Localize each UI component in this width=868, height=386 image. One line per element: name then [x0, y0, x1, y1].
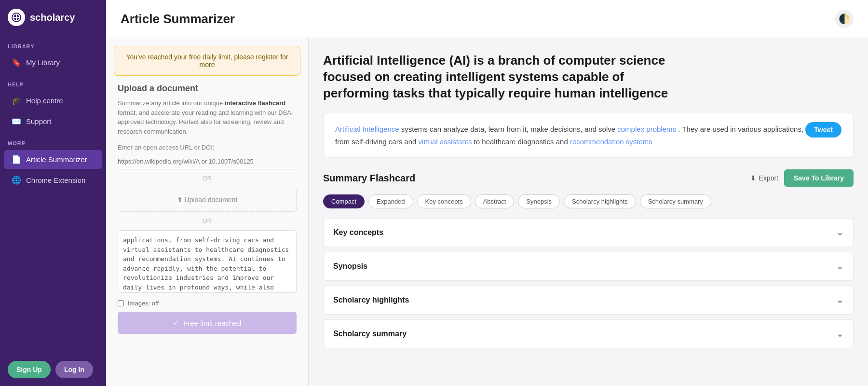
- graduation-icon: 🎓: [12, 96, 21, 105]
- sidebar-item-article-summarizer[interactable]: 📄 Article Summarizer: [4, 150, 102, 169]
- desc-bold: interactive flashcard: [225, 99, 285, 107]
- summary-text: Artificial Intelligence systems can anal…: [335, 123, 841, 148]
- accordion-header-scholarcy-summary[interactable]: Scholarcy summary ⌄: [324, 320, 853, 348]
- tabs-row: CompactExpandedKey conceptsAbstractSynop…: [323, 194, 854, 208]
- upload-title: Upload a document: [118, 83, 297, 94]
- accordion-header-scholarcy-highlights[interactable]: Scholarcy highlights ⌄: [324, 286, 853, 314]
- complex-problems-link[interactable]: complex problems: [617, 125, 676, 133]
- upload-btn-label: Upload document: [185, 196, 238, 204]
- checkmark-icon: ✓: [173, 318, 179, 327]
- content-area: You've reached your free daily limit, pl…: [106, 38, 868, 386]
- tab-scholarcy-summary[interactable]: Scholarcy summary: [640, 194, 711, 208]
- header: Article Summarizer 🌓: [106, 0, 868, 38]
- chevron-down-icon: ⌄: [836, 227, 843, 238]
- page-title: Article Summarizer: [121, 12, 235, 27]
- upload-icon: ⬆: [177, 196, 183, 204]
- article-icon: 📄: [12, 155, 21, 164]
- images-checkbox-row: Images: off: [118, 300, 297, 307]
- chrome-icon: 🌐: [12, 176, 21, 185]
- help-centre-label: Help centre: [26, 96, 63, 105]
- chevron-down-icon: ⌄: [836, 329, 843, 339]
- sidebar-item-help[interactable]: 🎓 Help centre: [4, 91, 102, 110]
- upload-description: Summarize any article into our unique in…: [118, 98, 297, 136]
- accordion-container: Key concepts ⌄ Synopsis ⌄ Scholarcy high…: [323, 218, 854, 348]
- accordion-item: Scholarcy highlights ⌄: [323, 286, 854, 315]
- accordion-item: Scholarcy summary ⌄: [323, 319, 854, 348]
- more-section-label: MORE: [0, 132, 106, 149]
- sidebar-actions: Sign Up Log In: [0, 353, 106, 386]
- sidebar-item-chrome-extension[interactable]: 🌐 Chrome Extension: [4, 171, 102, 190]
- free-limit-label: Free limit reached: [183, 319, 241, 327]
- url-label: Enter an open access URL or DOI:: [118, 144, 297, 151]
- upload-document-button[interactable]: ⬆ Upload document: [118, 188, 297, 212]
- my-library-label: My Library: [26, 58, 60, 67]
- export-label: Export: [759, 174, 778, 182]
- app-logo-icon: [8, 9, 25, 26]
- chrome-extension-label: Chrome Extension: [26, 176, 85, 184]
- tweet-button[interactable]: Tweet: [805, 122, 841, 138]
- tab-key-concepts[interactable]: Key concepts: [417, 194, 471, 208]
- flashcard-title: Summary Flashcard: [323, 173, 415, 184]
- support-label: Support: [26, 117, 52, 125]
- summary-part3: to healthcare diagnostics and: [474, 138, 570, 146]
- download-icon: ⬇: [750, 174, 756, 182]
- library-section-label: LIBRARY: [0, 35, 106, 52]
- app-name: scholarcy: [30, 12, 75, 23]
- accordion-label: Scholarcy summary: [333, 330, 407, 338]
- images-label: Images: off: [128, 300, 159, 307]
- tab-abstract[interactable]: Abstract: [475, 194, 515, 208]
- sidebar: scholarcy LIBRARY 🔖 My Library HELP 🎓 He…: [0, 0, 106, 386]
- accordion-label: Synopsis: [333, 262, 367, 271]
- virtual-assistants-link[interactable]: virtual assistants: [419, 138, 472, 146]
- theme-toggle-button[interactable]: 🌓: [835, 10, 854, 28]
- tab-scholarcy-highlights[interactable]: Scholarcy highlights: [564, 194, 636, 208]
- left-panel: You've reached your free daily limit, pl…: [106, 38, 309, 386]
- envelope-icon: ✉️: [12, 117, 21, 126]
- recommendation-systems-link[interactable]: recommendation systems: [570, 138, 652, 146]
- accordion-label: Scholarcy highlights: [333, 296, 409, 304]
- free-limit-button: ✓ Free limit reached: [118, 312, 297, 334]
- tab-synopsis[interactable]: Synopsis: [518, 194, 560, 208]
- or-divider-2: OR: [118, 218, 297, 224]
- article-summarizer-label: Article Summarizer: [26, 155, 87, 164]
- upload-section: Upload a document Summarize any article …: [106, 83, 308, 342]
- summary-box: Tweet Artificial Intelligence systems ca…: [323, 113, 854, 158]
- save-to-library-button[interactable]: Save To Library: [784, 169, 854, 187]
- sidebar-item-support[interactable]: ✉️ Support: [4, 112, 102, 131]
- export-button[interactable]: ⬇ Export: [750, 174, 778, 182]
- article-title: Artificial Intelligence (AI) is a branch…: [323, 53, 685, 101]
- chevron-down-icon: ⌄: [836, 295, 843, 305]
- tab-compact[interactable]: Compact: [323, 194, 365, 208]
- desc-end: format, and accelerate your reading and …: [118, 109, 293, 135]
- accordion-item: Key concepts ⌄: [323, 218, 854, 247]
- flashcard-header: Summary Flashcard ⬇ Export Save To Libra…: [323, 169, 854, 187]
- accordion-label: Key concepts: [333, 228, 383, 237]
- login-button[interactable]: Log In: [55, 361, 93, 378]
- accordion-header-synopsis[interactable]: Synopsis ⌄: [324, 252, 853, 280]
- bookmark-icon: 🔖: [12, 58, 21, 67]
- alert-banner: You've reached your free daily limit, pl…: [114, 46, 300, 76]
- summary-part1: systems can analyze data, learn from it,…: [401, 125, 618, 133]
- images-checkbox[interactable]: [118, 300, 124, 306]
- text-paste-area[interactable]: applications, from self-driving cars and…: [118, 230, 297, 293]
- or-divider-1: OR: [118, 175, 297, 182]
- ai-link[interactable]: Artificial Intelligence: [335, 125, 399, 133]
- accordion-item: Synopsis ⌄: [323, 252, 854, 281]
- sidebar-item-my-library[interactable]: 🔖 My Library: [4, 53, 102, 72]
- help-section-label: HELP: [0, 73, 106, 90]
- desc-start: Summarize any article into our unique: [118, 99, 225, 107]
- flashcard-actions: ⬇ Export Save To Library: [750, 169, 854, 187]
- tab-expanded[interactable]: Expanded: [368, 194, 413, 208]
- signup-button[interactable]: Sign Up: [8, 361, 51, 378]
- url-input[interactable]: [118, 154, 297, 169]
- chevron-down-icon: ⌄: [836, 261, 843, 272]
- accordion-header-key-concepts[interactable]: Key concepts ⌄: [324, 219, 853, 247]
- sidebar-logo: scholarcy: [0, 0, 106, 35]
- right-panel: Artificial Intelligence (AI) is a branch…: [309, 38, 868, 386]
- main-area: Article Summarizer 🌓 You've reached your…: [106, 0, 868, 386]
